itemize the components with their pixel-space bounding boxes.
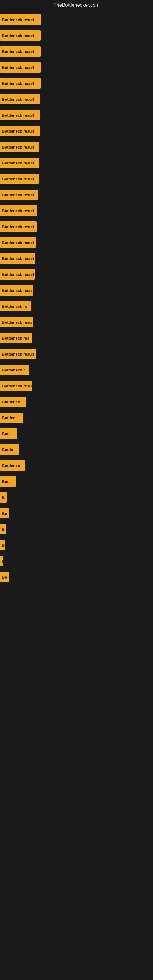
- bottleneck-bar[interactable]: Bottleneck result: [0, 189, 38, 200]
- bar-label: Bottleneck result: [2, 161, 34, 165]
- bottleneck-bar[interactable]: Bott: [0, 428, 17, 439]
- bar-row: Bottleneck re: [0, 298, 153, 314]
- bar-row: Bott: [0, 426, 153, 442]
- bar-label: Bottleneck result: [2, 65, 34, 70]
- bar-row: Bottlenec: [0, 458, 153, 474]
- bar-label: Bottleneck result: [2, 192, 34, 197]
- bottleneck-bar[interactable]: Bottleneck result: [0, 94, 40, 105]
- bar-label: Bottleneck result: [2, 208, 34, 213]
- bar-row: Bottleneck result: [0, 187, 153, 203]
- bar-row: Bo: [0, 505, 153, 521]
- bar-label: Bottleneck result: [2, 145, 34, 150]
- bottleneck-bar[interactable]: Bottlenec: [0, 460, 25, 471]
- bottleneck-bar[interactable]: Bottleneck resu: [0, 317, 33, 328]
- bars-container: Bottleneck resultBottleneck resultBottle…: [0, 12, 153, 591]
- bar-row: Bottleneck r: [0, 362, 153, 378]
- bottleneck-bar[interactable]: Bottleneck result: [0, 14, 41, 25]
- bottleneck-bar[interactable]: Bottleneck result: [0, 46, 41, 57]
- bar-label: Bottleneck result: [2, 49, 34, 54]
- bar-label: Bottlen: [2, 415, 16, 420]
- bar-label: Bottleneck res: [2, 336, 29, 340]
- bottleneck-bar[interactable]: Bottleneck result: [0, 62, 41, 73]
- bar-row: Bottleneck resu: [0, 282, 153, 298]
- bar-row: Bottleneck result: [0, 27, 153, 43]
- bar-label: I: [2, 559, 3, 563]
- bar-label: Bottlenec: [2, 400, 20, 404]
- bottleneck-bar[interactable]: Bottleneck result: [0, 205, 37, 216]
- bottleneck-bar[interactable]: Bo: [0, 572, 9, 582]
- bottleneck-bar[interactable]: Bottleneck result: [0, 221, 37, 232]
- bar-label: B: [2, 543, 5, 547]
- bar-label: Bottlenec: [2, 463, 20, 468]
- bar-label: Bottleneck result: [2, 177, 34, 181]
- bar-row: Bott: [0, 474, 153, 489]
- bottleneck-bar[interactable]: Bottleneck result: [0, 253, 35, 264]
- bar-row: Bottleneck result: [0, 155, 153, 171]
- bar-row: Bottleneck result: [0, 12, 153, 27]
- bar-label: B: [2, 495, 5, 500]
- bar-row: Bottleneck result: [0, 107, 153, 123]
- bar-label: Bottleneck result: [2, 224, 34, 229]
- bottleneck-bar[interactable]: Bott: [0, 476, 16, 487]
- bar-row: Bottleneck result: [0, 346, 153, 362]
- bar-row: Bottleneck res: [0, 330, 153, 346]
- bottleneck-bar[interactable]: B: [0, 540, 5, 550]
- site-title: TheBottlenecker.com: [0, 0, 153, 12]
- bar-row: Bottleneck result: [0, 59, 153, 75]
- bar-label: Bottleneck r: [2, 368, 25, 372]
- bar-row: Bottle: [0, 442, 153, 458]
- bar-label: Bottleneck result: [2, 97, 34, 102]
- bottleneck-bar[interactable]: Bottleneck r: [0, 365, 29, 375]
- bar-label: Bottleneck result: [2, 18, 34, 22]
- bar-row: Bottlen: [0, 410, 153, 426]
- bottleneck-bar[interactable]: B: [0, 492, 7, 503]
- bottleneck-bar[interactable]: Bottleneck result: [0, 173, 38, 184]
- bottleneck-bar[interactable]: Bottleneck result: [0, 158, 39, 168]
- bar-row: Bo: [0, 569, 153, 585]
- bottleneck-bar[interactable]: Bottleneck re: [0, 301, 30, 312]
- bar-row: B: [0, 537, 153, 553]
- bar-label: B: [2, 527, 5, 531]
- bottleneck-bar[interactable]: B: [0, 524, 5, 535]
- bar-row: Bottleneck resu: [0, 378, 153, 394]
- bar-label: Bottleneck result: [2, 272, 34, 277]
- bar-row: I: [0, 553, 153, 569]
- bar-row: Bottleneck result: [0, 171, 153, 187]
- bar-label: Bo: [2, 511, 7, 516]
- bottleneck-bar[interactable]: Bottlenec: [0, 396, 26, 407]
- bar-row: Bottleneck result: [0, 139, 153, 155]
- bar-label: Bottleneck resu: [2, 288, 32, 293]
- bar-label: Bottleneck result: [2, 81, 34, 86]
- bar-row: Bottleneck result: [0, 250, 153, 266]
- bottleneck-bar[interactable]: Bottleneck result: [0, 237, 36, 248]
- bottleneck-bar[interactable]: Bottleneck result: [0, 78, 41, 89]
- bar-label: Bottle: [2, 447, 13, 452]
- bar-label: Bottleneck result: [2, 256, 34, 261]
- bar-label: Bottleneck re: [2, 304, 27, 309]
- bar-row: Bottlenec: [0, 394, 153, 410]
- bottleneck-bar[interactable]: Bottleneck res: [0, 333, 32, 343]
- bar-row: Bottleneck result: [0, 219, 153, 235]
- bottleneck-bar[interactable]: Bo: [0, 508, 9, 519]
- bottleneck-bar[interactable]: Bottleneck result: [0, 349, 36, 359]
- bottleneck-bar[interactable]: Bottle: [0, 444, 19, 455]
- bar-row: Bottleneck result: [0, 91, 153, 107]
- bottleneck-bar[interactable]: I: [0, 556, 3, 566]
- bottleneck-bar[interactable]: Bottleneck result: [0, 30, 41, 41]
- bar-row: Bottleneck result: [0, 266, 153, 282]
- bar-label: Bottleneck result: [2, 33, 34, 38]
- bottleneck-bar[interactable]: Bottleneck result: [0, 269, 35, 280]
- bottleneck-bar[interactable]: Bottleneck result: [0, 110, 40, 120]
- bottleneck-bar[interactable]: Bottleneck result: [0, 126, 40, 136]
- bar-label: Bottleneck result: [2, 240, 34, 245]
- bar-label: Bo: [2, 575, 7, 579]
- bottleneck-bar[interactable]: Bottlen: [0, 412, 23, 423]
- bottleneck-bar[interactable]: Bottleneck resu: [0, 381, 32, 391]
- bar-label: Bottleneck result: [2, 352, 34, 356]
- bar-label: Bottleneck result: [2, 113, 34, 118]
- bottleneck-bar[interactable]: Bottleneck result: [0, 142, 39, 152]
- bar-label: Bottleneck resu: [2, 384, 32, 388]
- bottleneck-bar[interactable]: Bottleneck resu: [0, 285, 33, 296]
- bar-row: Bottleneck result: [0, 235, 153, 250]
- bar-label: Bottleneck result: [2, 129, 34, 134]
